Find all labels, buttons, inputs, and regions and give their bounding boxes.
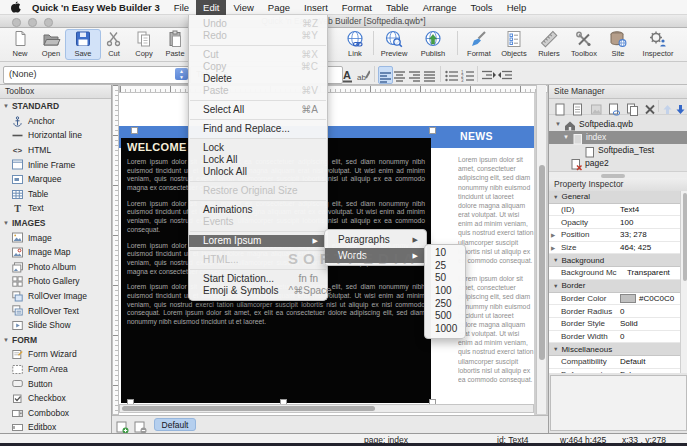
property-row-border-style[interactable]: Border StyleSolid [549,318,680,331]
bullet-list-button[interactable] [444,66,459,82]
menu-item-lorem-ipsum[interactable]: Lorem Ipsum▶ [189,235,327,247]
align-justify-button[interactable] [423,66,436,82]
menu-page[interactable]: Page [261,0,297,15]
toolbox-item-photo-gallery[interactable]: Photo Gallery [0,274,111,289]
preview-button[interactable]: Preview [377,30,411,59]
tree-root-row[interactable]: ▼ Softpedia.qwb [549,118,687,131]
align-left-button[interactable] [378,66,393,84]
stepper-icon[interactable]: ▲▼ [175,68,188,80]
words-option-10[interactable]: 10 [425,247,465,260]
align-right-button[interactable] [408,66,421,82]
property-row-defragment[interactable]: DefragmentFalse [549,369,680,373]
move-down-icon[interactable] [675,100,686,118]
app-menu-title[interactable]: Quick 'n Easy Web Builder 3 [25,0,167,15]
menu-format[interactable]: Format [335,0,379,15]
tree-index-row[interactable]: ▼ index [549,131,687,144]
toolbox-item-horizontal-line[interactable]: Horizontal line [0,128,111,143]
property-row-border-radius[interactable]: Border Radius0 [549,305,680,318]
toolbox-item-inline-frame[interactable]: Inline Frame [0,157,111,172]
scrollbar-thumb[interactable] [683,193,687,281]
words-option-25[interactable]: 25 [425,260,465,273]
toolbox-item-combobox[interactable]: Combobox [0,405,111,420]
toolbox-item-form-area[interactable]: Form Area [0,362,111,377]
cut-button[interactable]: Cut [97,30,131,59]
toolbox-item-table[interactable]: Table [0,187,111,202]
format-button[interactable]: Format [461,30,497,59]
property-row-position[interactable]: ▶Position33; 278 [549,229,680,242]
highlight-button[interactable]: ab [356,66,371,82]
tree-softpedia-test-row[interactable]: Softpedia_Test [549,144,687,157]
property-row-size[interactable]: ▶Size464; 425 [549,242,680,255]
numbered-list-button[interactable]: 123 [460,66,475,82]
property-row-opacity[interactable]: Opacity100 [549,216,680,229]
menu-file[interactable]: File [167,0,196,15]
horizontal-scrollbar-thumb[interactable] [122,406,375,411]
paste-button[interactable]: Paste [158,30,192,59]
menu-table[interactable]: Table [379,0,416,15]
toolbox-item-text[interactable]: TText [0,201,111,216]
words-option-1000[interactable]: 1000 [425,323,465,336]
words-option-100[interactable]: 100 [425,285,465,298]
inspector-button[interactable]: Inspector [636,30,680,59]
copy-button[interactable]: Copy [127,30,161,59]
property-category-miscellaneous[interactable]: ▼Miscellaneous [549,343,680,356]
toolbox-item-marquee[interactable]: Marquee [0,172,111,187]
property-row-compatibility[interactable]: CompatibilityDefault [549,356,680,369]
submenu-item-words[interactable]: Words▶ [325,248,426,264]
toolbox-item-checkbox[interactable]: Checkbox [0,391,111,406]
delete-page-icon[interactable] [644,100,656,118]
property-row-background-mode[interactable]: Background McTransparent [549,267,680,280]
horizontal-scrollbar[interactable] [119,404,534,413]
selection-handle[interactable] [131,127,138,134]
apple-icon[interactable] [0,1,25,13]
news-column-element[interactable]: Lorem ipsum dolor sit amet, consectetuer… [458,155,534,403]
indent-decrease-button[interactable] [497,66,512,82]
move-up-icon[interactable] [662,100,673,118]
save-button[interactable]: Save [65,29,101,60]
link-page-icon[interactable] [608,100,621,118]
expand-triangle-icon[interactable]: ▶ [551,245,555,251]
open-button[interactable]: Open [34,30,68,59]
publish-button[interactable]: Publish [414,30,452,59]
objects-button[interactable]: Objects [496,30,532,59]
vertical-scrollbar[interactable] [536,85,546,414]
style-select[interactable]: (None) ▲▼ [3,66,190,84]
news-heading[interactable]: NEWS [460,130,493,142]
rulers-button[interactable]: Rulers [532,30,566,59]
menu-item-lock-all[interactable]: Lock All [189,154,327,166]
menu-item-delete[interactable]: Delete [189,73,327,85]
toolbox-section-standard[interactable]: ▼STANDARD [0,99,111,114]
tree-page2-row[interactable]: page2 [549,157,687,170]
toolbox-item-button[interactable]: Button [0,376,111,391]
property-row-border-width[interactable]: Border Width0 [549,331,680,344]
expand-triangle-icon[interactable]: ▶ [551,232,555,238]
scrollbar-thumb[interactable] [601,174,625,178]
menu-item-lock[interactable]: Lock [189,142,327,154]
toolbox-item-form-wizard[interactable]: Form Wizard [0,347,111,362]
toolbox-section-form[interactable]: ▼FORM [0,333,111,348]
words-option-500[interactable]: 500 [425,310,465,323]
vertical-scrollbar-thumb[interactable] [539,165,545,360]
image-page-icon[interactable] [590,100,602,118]
toolbox-item-rollover-text[interactable]: RollOver Text [0,303,111,318]
property-row-id[interactable]: (ID)Text4 [549,204,680,217]
menu-item-unlock-all[interactable]: Unlock All [189,166,327,178]
menu-arrange[interactable]: Arrange [416,0,464,15]
indent-increase-button[interactable] [481,66,496,82]
submenu-item-paragraphs[interactable]: Paragraphs▶ [325,232,426,248]
new-folder-icon[interactable] [572,100,584,118]
property-row-border-color[interactable]: Border Color#C0C0C0 [549,293,680,306]
menu-item-find-and-replace[interactable]: Find and Replace... [189,123,327,135]
menu-item-emoji-symbols[interactable]: Emoji & Symbols^⌘Space [189,285,327,297]
menu-insert[interactable]: Insert [297,0,335,15]
color-swatch[interactable] [620,294,636,303]
words-option-50[interactable]: 50 [425,272,465,285]
selection-handle[interactable] [429,127,436,134]
menu-view[interactable]: View [226,0,260,15]
property-category-background[interactable]: ▼Background [549,254,680,267]
link-button[interactable]: Link [338,30,372,59]
toolbox-item-image[interactable]: Image [0,230,111,245]
menu-item-start-dictation[interactable]: Start Dictation...fn fn [189,273,327,285]
font-color-button[interactable]: A [340,66,355,82]
toolbox-item-image-map[interactable]: Image Map [0,245,111,260]
